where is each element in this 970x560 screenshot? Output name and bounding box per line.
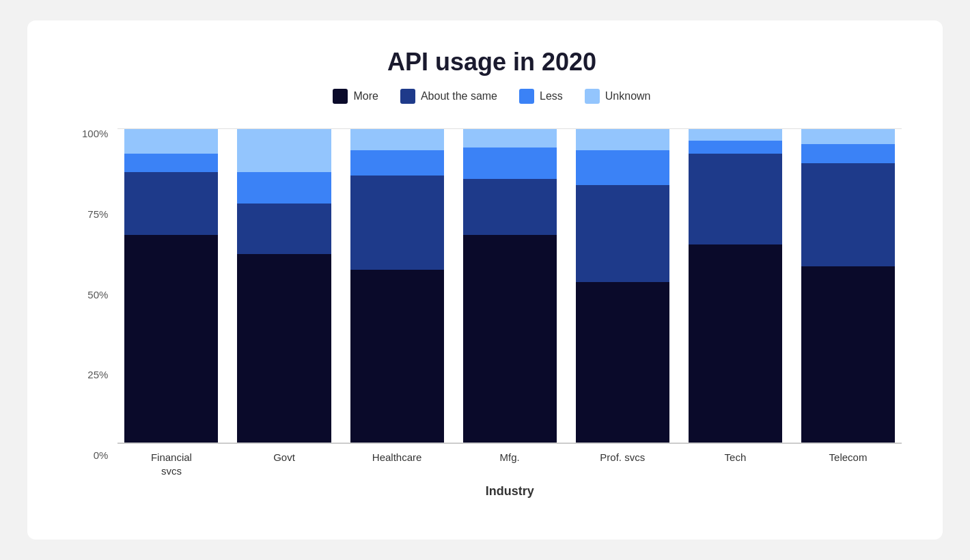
legend-swatch-unknown bbox=[585, 89, 600, 104]
bar-segment-less bbox=[124, 154, 218, 173]
x-label-3: Mfg. bbox=[463, 451, 557, 477]
bar-5 bbox=[689, 128, 782, 443]
bar-segment-more bbox=[350, 270, 444, 443]
bars-and-x: FinancialsvcsGovtHealthcareMfg.Prof. svc… bbox=[117, 128, 902, 499]
bar-segment-less bbox=[350, 150, 444, 176]
bar-segment-unknown bbox=[124, 128, 218, 154]
bar-segment-unknown bbox=[237, 128, 331, 172]
y-label: 25% bbox=[87, 369, 108, 380]
bar-group-3 bbox=[463, 128, 557, 443]
bar-segment-unknown bbox=[689, 128, 782, 141]
legend-item-about-the-same: About the same bbox=[400, 89, 497, 104]
y-label: 100% bbox=[82, 128, 108, 139]
bar-segment-less bbox=[801, 144, 895, 163]
y-label: 0% bbox=[94, 450, 109, 460]
bar-segment-more bbox=[237, 254, 331, 443]
bar-segment-same bbox=[576, 185, 669, 283]
x-label-0: Financialsvcs bbox=[124, 451, 218, 477]
bar-segment-unknown bbox=[350, 128, 444, 150]
bar-segment-unknown bbox=[801, 128, 895, 144]
bar-segment-less bbox=[689, 141, 782, 153]
x-label-4: Prof. svcs bbox=[576, 451, 669, 477]
bar-segment-unknown bbox=[463, 128, 557, 148]
bar-segment-unknown bbox=[576, 128, 669, 150]
bar-segment-more bbox=[463, 235, 557, 443]
bar-0 bbox=[124, 128, 218, 443]
x-label-2: Healthcare bbox=[350, 451, 444, 477]
bar-segment-less bbox=[576, 150, 669, 185]
bar-segment-more bbox=[576, 282, 669, 443]
bar-segment-same bbox=[801, 163, 895, 267]
chart-area: 100%75%50%25%0% FinancialsvcsGovtHealthc… bbox=[82, 128, 902, 499]
y-label: 50% bbox=[87, 290, 108, 300]
x-labels-row: FinancialsvcsGovtHealthcareMfg.Prof. svc… bbox=[117, 444, 902, 477]
legend-label: Less bbox=[540, 90, 563, 102]
bar-group-5 bbox=[689, 128, 782, 443]
bar-6 bbox=[801, 128, 895, 443]
legend-item-less: Less bbox=[519, 89, 563, 104]
legend: MoreAbout the sameLessUnknown bbox=[333, 89, 650, 104]
legend-item-more: More bbox=[333, 89, 378, 104]
bar-group-1 bbox=[237, 128, 331, 443]
legend-swatch-less bbox=[519, 89, 534, 104]
bar-group-6 bbox=[801, 128, 895, 443]
legend-item-unknown: Unknown bbox=[585, 89, 651, 104]
x-label-5: Tech bbox=[689, 451, 782, 477]
bar-segment-less bbox=[237, 172, 331, 204]
bar-segment-more bbox=[124, 235, 218, 443]
bar-segment-same bbox=[350, 176, 444, 270]
x-axis-title: Industry bbox=[117, 484, 902, 499]
bar-2 bbox=[350, 128, 444, 443]
chart-container: API usage in 2020 MoreAbout the sameLess… bbox=[27, 20, 943, 540]
legend-swatch-about-the-same bbox=[400, 89, 415, 104]
bar-3 bbox=[463, 128, 557, 443]
chart-title: API usage in 2020 bbox=[387, 48, 596, 76]
x-label-6: Telecom bbox=[801, 451, 895, 477]
legend-label: More bbox=[353, 90, 378, 102]
bar-1 bbox=[237, 128, 331, 443]
x-label-1: Govt bbox=[237, 451, 331, 477]
y-label: 75% bbox=[87, 209, 108, 219]
bar-group-4 bbox=[576, 128, 669, 443]
bar-group-2 bbox=[350, 128, 444, 443]
bar-group-0 bbox=[124, 128, 218, 443]
bar-4 bbox=[576, 128, 669, 443]
bar-segment-more bbox=[801, 266, 895, 443]
y-axis: 100%75%50%25%0% bbox=[82, 128, 117, 499]
legend-swatch-more bbox=[333, 89, 348, 104]
bar-segment-more bbox=[689, 244, 782, 443]
bar-segment-same bbox=[463, 179, 557, 236]
bar-segment-same bbox=[237, 204, 331, 254]
legend-label: Unknown bbox=[605, 90, 651, 102]
bars-row bbox=[117, 128, 902, 444]
bar-segment-less bbox=[463, 148, 557, 179]
legend-label: About the same bbox=[421, 90, 497, 102]
bar-segment-same bbox=[124, 172, 218, 235]
bar-segment-same bbox=[689, 154, 782, 244]
